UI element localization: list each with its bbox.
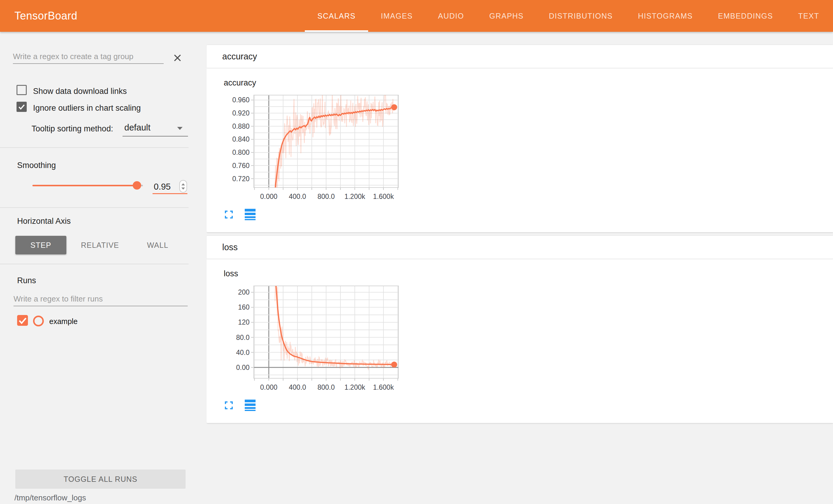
tag-group-accuracy: accuracy accuracy 0.000400.0800.01.200k1… xyxy=(207,45,833,232)
svg-text:1.200k: 1.200k xyxy=(344,383,365,391)
chart-actions xyxy=(224,400,833,411)
svg-text:0.00: 0.00 xyxy=(236,363,249,371)
svg-text:0.920: 0.920 xyxy=(232,109,249,117)
smoothing-value-input[interactable]: 0.95 xyxy=(154,182,171,192)
smoothing-stepper[interactable] xyxy=(179,180,187,193)
svg-text:160: 160 xyxy=(238,303,249,311)
horizontal-axis-label: Horizontal Axis xyxy=(17,217,71,226)
group-header-accuracy[interactable]: accuracy xyxy=(207,45,833,68)
divider xyxy=(0,207,189,208)
tab-text[interactable]: TEXT xyxy=(786,0,832,32)
smoothing-label: Smoothing xyxy=(17,161,56,170)
main-nav: SCALARS IMAGES AUDIO GRAPHS DISTRIBUTION… xyxy=(305,0,832,32)
fullscreen-icon[interactable] xyxy=(224,401,233,410)
svg-text:400.0: 400.0 xyxy=(289,383,306,391)
run-example-label: example xyxy=(49,317,78,326)
run-example-checkbox[interactable] xyxy=(17,315,28,326)
toggle-all-runs-button[interactable]: TOGGLE ALL RUNS xyxy=(15,470,186,489)
top-bar: TensorBoard SCALARS IMAGES AUDIO GRAPHS … xyxy=(0,0,833,32)
group-body: accuracy 0.000400.0800.01.200k1.600k0.72… xyxy=(207,68,833,232)
run-selector-icon[interactable] xyxy=(245,400,256,411)
svg-text:0.760: 0.760 xyxy=(232,162,249,170)
tab-images[interactable]: IMAGES xyxy=(368,0,425,32)
group-title: loss xyxy=(222,243,238,252)
svg-text:0.840: 0.840 xyxy=(232,135,249,143)
chart-title: loss xyxy=(224,269,833,278)
svg-text:120: 120 xyxy=(238,318,249,326)
svg-text:200: 200 xyxy=(238,288,249,296)
svg-text:400.0: 400.0 xyxy=(289,193,306,200)
chart-actions xyxy=(224,209,833,220)
tag-regex-input[interactable] xyxy=(13,50,164,64)
svg-text:40.0: 40.0 xyxy=(236,349,249,356)
tab-graphs[interactable]: GRAPHS xyxy=(477,0,536,32)
close-icon[interactable] xyxy=(172,53,183,64)
log-directory-path: /tmp/tensorflow_logs xyxy=(15,493,86,503)
app-title: TensorBoard xyxy=(15,0,77,32)
chart-title: accuracy xyxy=(224,78,833,87)
stepper-up-icon[interactable] xyxy=(182,183,185,185)
stepper-down-icon[interactable] xyxy=(182,187,185,190)
chevron-down-icon xyxy=(177,127,183,130)
tab-audio[interactable]: AUDIO xyxy=(426,0,477,32)
smoothing-value-underline xyxy=(152,193,187,194)
svg-text:0.000: 0.000 xyxy=(260,193,278,200)
axis-wall-button[interactable]: WALL xyxy=(130,236,185,254)
svg-text:0.880: 0.880 xyxy=(232,122,249,130)
tab-distributions[interactable]: DISTRIBUTIONS xyxy=(536,0,625,32)
svg-text:0.000: 0.000 xyxy=(260,383,278,391)
svg-text:80.0: 80.0 xyxy=(236,334,249,342)
svg-text:800.0: 800.0 xyxy=(317,193,335,200)
smoothing-slider[interactable] xyxy=(32,185,143,186)
tooltip-sorting-dropdown[interactable]: default xyxy=(124,123,188,133)
tag-group-loss: loss loss 0.000400.0800.01.200k1.600k0.0… xyxy=(207,236,833,423)
show-download-links-checkbox[interactable] xyxy=(17,85,27,95)
group-title: accuracy xyxy=(222,52,257,61)
smoothing-slider-thumb[interactable] xyxy=(133,181,141,190)
ignore-outliers-checkbox[interactable] xyxy=(17,102,27,112)
group-header-loss[interactable]: loss xyxy=(207,236,833,259)
accuracy-chart[interactable]: 0.000400.0800.01.200k1.600k0.7200.7600.8… xyxy=(224,91,419,207)
tab-scalars[interactable]: SCALARS xyxy=(305,0,368,32)
svg-text:0.800: 0.800 xyxy=(232,149,249,156)
loss-chart[interactable]: 0.000400.0800.01.200k1.600k0.0040.080.01… xyxy=(224,281,419,398)
smoothing-slider-fill xyxy=(32,185,137,186)
tensorboard-app: TensorBoard SCALARS IMAGES AUDIO GRAPHS … xyxy=(0,0,833,504)
tab-embeddings[interactable]: EMBEDDINGS xyxy=(705,0,786,32)
svg-text:0.720: 0.720 xyxy=(232,175,249,183)
axis-relative-button[interactable]: RELATIVE xyxy=(73,236,127,254)
tooltip-sorting-label: Tooltip sorting method: xyxy=(31,124,113,133)
fullscreen-icon[interactable] xyxy=(224,210,233,219)
runs-filter-input[interactable] xyxy=(14,292,188,306)
runs-title: Runs xyxy=(17,276,36,285)
show-download-links-label: Show data download links xyxy=(33,87,127,96)
group-body: loss 0.000400.0800.01.200k1.600k0.0040.0… xyxy=(207,259,833,423)
svg-text:0.960: 0.960 xyxy=(232,96,249,104)
svg-text:1.600k: 1.600k xyxy=(373,383,394,391)
run-color-swatch xyxy=(33,316,44,326)
dashboard-main: accuracy accuracy 0.000400.0800.01.200k1… xyxy=(207,32,833,504)
svg-text:800.0: 800.0 xyxy=(317,383,335,391)
run-selector-icon[interactable] xyxy=(245,209,256,220)
divider xyxy=(0,264,189,264)
dropdown-underline xyxy=(122,136,188,136)
svg-text:1.600k: 1.600k xyxy=(373,193,394,200)
axis-step-button[interactable]: STEP xyxy=(15,236,66,254)
tooltip-sorting-value: default xyxy=(124,123,150,132)
tab-histograms[interactable]: HISTOGRAMS xyxy=(625,0,705,32)
sidebar: Show data download links Ignore outliers… xyxy=(0,32,207,504)
divider xyxy=(0,147,189,148)
ignore-outliers-label: Ignore outliers in chart scaling xyxy=(33,103,141,113)
svg-text:1.200k: 1.200k xyxy=(344,193,365,200)
